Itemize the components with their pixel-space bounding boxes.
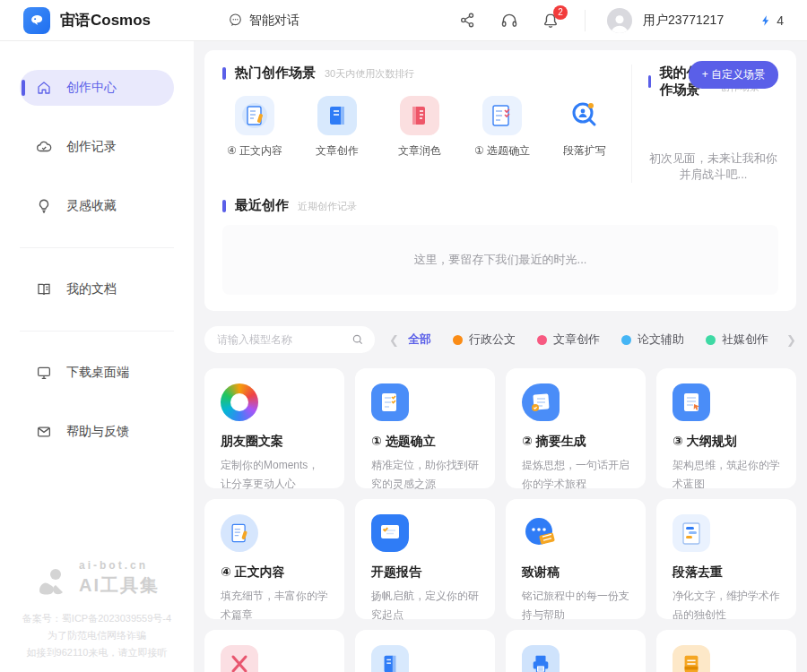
section-accent-bar	[648, 75, 651, 88]
board-check-icon	[371, 514, 409, 552]
card-outline-planning[interactable]: ③ 大纲规划 架构思维，筑起你的学术蓝图	[656, 368, 796, 488]
sidebar-item-label: 我的文档	[66, 281, 117, 297]
category-dot	[706, 335, 716, 345]
custom-scene-button[interactable]: + 自定义场景	[689, 61, 778, 89]
orange-book-icon	[672, 645, 710, 672]
recent-title: 最近创作	[235, 197, 289, 214]
brand-name: AI工具集	[79, 573, 160, 598]
energy-counter[interactable]: 4	[759, 13, 784, 28]
document-cursor-icon	[672, 383, 710, 421]
clipboard-check-icon	[482, 96, 522, 135]
sidebar-item-label: 帮助与反馈	[66, 424, 129, 440]
app-title: 宙语Cosmos	[60, 10, 151, 30]
book-icon	[36, 281, 52, 297]
my-scenes-empty-text: 初次见面，未来让我和你并肩战斗吧...	[648, 151, 778, 183]
tabs-scroll-left-icon[interactable]: ❮	[389, 333, 399, 347]
sidebar-item-creation-center[interactable]: 创作中心	[20, 70, 174, 106]
tab-social-media[interactable]: 社媒创作	[706, 332, 768, 348]
category-tabs: 全部 行政公文 文章创作 论文辅助 社媒创作 工作提	[408, 332, 779, 348]
card-opening-report[interactable]: 开题报告 扬帆启航，定义你的研究起点	[355, 499, 495, 619]
notification-badge: 2	[553, 5, 568, 20]
sidebar-divider	[20, 331, 174, 332]
tab-all[interactable]: 全部	[408, 332, 431, 348]
hot-scene-paragraph-expand[interactable]: 段落扩写	[552, 96, 617, 159]
tabs-scroll-right-icon[interactable]: ❯	[786, 333, 796, 347]
chat-bubble-icon	[228, 13, 243, 28]
sidebar-item-inspiration-favorites[interactable]: 灵感收藏	[20, 188, 174, 224]
nav-smart-chat-label: 智能对话	[249, 13, 299, 29]
sidebar: 创作中心 创作记录 灵感收藏 我的文档 下载桌面端 帮助与反馈 ai-bot.c…	[0, 41, 194, 672]
hot-scene-article-writing[interactable]: 文章创作	[305, 96, 369, 159]
sidebar-item-label: 创作记录	[66, 139, 117, 155]
blue-book-icon	[371, 645, 409, 672]
username-label[interactable]: 用户23771217	[643, 13, 724, 29]
card-abstract-generation[interactable]: ② 摘要生成 提炼思想，一句话开启你的学术旅程	[506, 368, 646, 488]
headset-icon[interactable]	[500, 12, 518, 30]
chat-card-icon	[522, 514, 560, 552]
section-accent-bar	[222, 200, 226, 212]
sidebar-item-my-documents[interactable]: 我的文档	[20, 271, 174, 307]
nav-smart-chat[interactable]: 智能对话	[228, 13, 299, 29]
tab-paper-assist[interactable]: 论文辅助	[621, 332, 684, 348]
card-paragraph-dedupe[interactable]: 段落去重 净化文字，维护学术作品的独创性	[656, 499, 796, 619]
notification-bell-icon[interactable]: 2	[542, 12, 560, 30]
card-partial-1[interactable]	[204, 630, 344, 672]
icp-record: 备案号：蜀ICP备2023039559号-4	[0, 610, 194, 627]
hot-scene-article-polish[interactable]: 文章润色	[387, 96, 452, 159]
tab-official-documents[interactable]: 行政公文	[453, 332, 516, 348]
hot-scene-body-content[interactable]: ④ 正文内容	[222, 96, 287, 159]
crossed-utensils-icon	[221, 645, 258, 672]
card-partial-3[interactable]	[506, 630, 646, 672]
main-content: 热门创作场景 30天内使用次数排行 ④ 正文内容 文章创作	[194, 41, 807, 672]
home-icon	[36, 80, 52, 96]
clipboard-pencil-icon	[235, 96, 274, 135]
blue-book-icon	[317, 96, 357, 135]
category-dot	[621, 335, 631, 345]
card-moments-copy[interactable]: 朋友圈文案 定制你的Moments，让分享更动人心	[204, 368, 344, 488]
clipboard-pencil-icon	[221, 514, 258, 552]
lightning-bolt-icon	[759, 13, 772, 28]
hot-scenes-subtitle: 30天内使用次数排行	[325, 67, 414, 81]
hot-scene-topic-selection[interactable]: ① 选题确立	[470, 96, 534, 159]
sidebar-footer: ai-bot.cn AI工具集 备案号：蜀ICP备2023039559号-4 为…	[0, 559, 194, 661]
lightbulb-icon	[36, 198, 52, 214]
category-dot	[537, 335, 547, 345]
sidebar-item-help-feedback[interactable]: 帮助与反馈	[20, 414, 174, 450]
card-body-content[interactable]: ④ 正文内容 填充细节，丰富你的学术篇章	[204, 499, 344, 619]
user-avatar[interactable]	[607, 8, 632, 33]
recent-empty-text: 这里，要留存下我们最近的时光...	[414, 252, 587, 268]
hot-scenes-section: 热门创作场景 30天内使用次数排行 ④ 正文内容 文章创作	[222, 65, 632, 183]
recent-creations-section: 最近创作 近期创作记录 这里，要留存下我们最近的时光...	[222, 197, 778, 295]
card-topic-selection[interactable]: ① 选题确立 精准定位，助你找到研究的灵感之源	[355, 368, 495, 488]
sidebar-divider	[20, 247, 174, 248]
section-accent-bar	[222, 67, 226, 80]
document-check-icon	[522, 383, 560, 421]
fraud-notice-2: 如接到962110来电，请立即接听	[0, 644, 194, 661]
monitor-icon	[36, 365, 52, 381]
search-icon[interactable]	[351, 333, 364, 346]
recent-empty-area: 这里，要留存下我们最近的时光...	[222, 225, 778, 295]
sidebar-item-label: 灵感收藏	[66, 198, 117, 214]
recent-subtitle: 近期创作记录	[298, 200, 357, 213]
card-acknowledgement[interactable]: 致谢稿 铭记旅程中的每一份支持与帮助	[506, 499, 646, 619]
category-dot	[453, 335, 463, 345]
magnifier-person-icon	[565, 96, 604, 135]
app-header: 宙语Cosmos 智能对话 2 用户23771217 4	[0, 0, 807, 41]
search-input[interactable]	[204, 326, 375, 353]
tab-article-writing[interactable]: 文章创作	[537, 332, 600, 348]
printer-icon	[522, 645, 560, 672]
card-partial-2[interactable]	[355, 630, 495, 672]
sidebar-item-creation-records[interactable]: 创作记录	[20, 129, 174, 165]
sidebar-item-label: 下载桌面端	[66, 365, 129, 381]
document-highlight-icon	[672, 514, 710, 552]
moments-ring-icon	[221, 383, 258, 421]
card-partial-4[interactable]	[656, 630, 796, 672]
sidebar-item-download-desktop[interactable]: 下载桌面端	[20, 355, 174, 391]
mail-icon	[36, 424, 52, 440]
model-cards-grid: 朋友圈文案 定制你的Moments，让分享更动人心 ① 选题确立 精准定位，助你…	[204, 368, 796, 672]
share-icon[interactable]	[459, 12, 477, 30]
header-divider	[585, 10, 586, 31]
brand-domain: ai-bot.cn	[79, 559, 160, 572]
cloud-icon	[36, 139, 52, 155]
scenes-panel: 热门创作场景 30天内使用次数排行 ④ 正文内容 文章创作	[204, 50, 796, 311]
